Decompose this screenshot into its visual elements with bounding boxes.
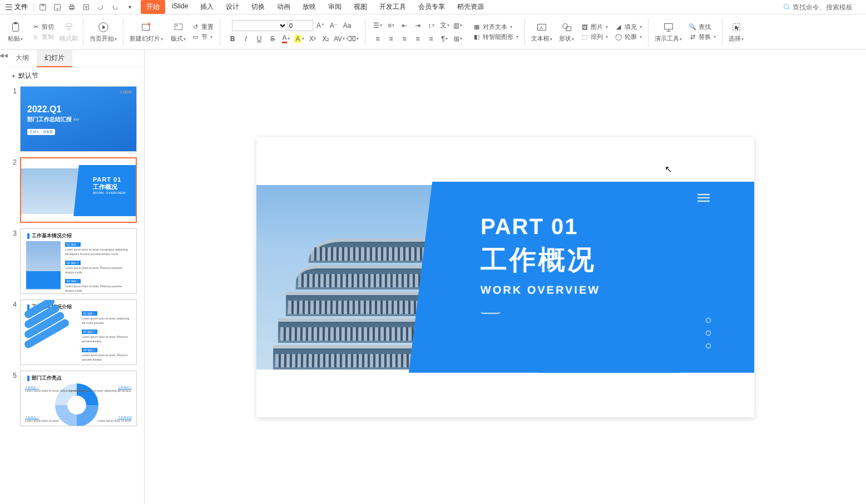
font-size-input[interactable] (289, 20, 313, 31)
file-label: 文件 (14, 2, 28, 12)
format-painter-button[interactable]: 格式刷 (58, 21, 79, 43)
undo-button[interactable] (94, 1, 107, 14)
separator (83, 18, 83, 46)
change-case-button[interactable]: Aa (341, 20, 353, 31)
svg-rect-18 (566, 27, 571, 31)
tab-animation[interactable]: 动画 (271, 0, 296, 14)
slide-part-label: PART 01 (481, 214, 754, 239)
tab-transition[interactable]: 切换 (246, 0, 270, 14)
smartart-button[interactable]: ◧转智能图形 (471, 32, 521, 42)
tab-slideshow[interactable]: 放映 (297, 0, 321, 14)
thumb-number: 1 (10, 86, 17, 152)
bullets-button[interactable]: ☰ (372, 20, 384, 31)
quickaccess-more[interactable]: ▾ (123, 1, 136, 14)
current-slide[interactable]: PART 01 工作概况 WORK OVERVIEW (256, 137, 754, 417)
italic-button[interactable]: I (240, 33, 252, 44)
align-right-button[interactable]: ≡ (398, 33, 410, 44)
slide-thumb-1[interactable]: LOGO 2022.Q1 部门工作总结汇报 ››› 主讲人：张某某 (20, 86, 137, 152)
from-current-slide-button[interactable]: 当页开始 (87, 20, 119, 44)
tab-docer[interactable]: 稻壳资源 (452, 0, 489, 14)
para-spacing-button[interactable]: ¶ (438, 33, 451, 44)
tab-insert[interactable]: 插入 (195, 0, 219, 14)
align-left-button[interactable]: ≡ (372, 33, 384, 44)
section-button[interactable]: ▭节 (189, 32, 216, 42)
search-icon (783, 3, 790, 11)
picture-button[interactable]: 🖼图片 (578, 22, 610, 32)
svg-rect-10 (14, 22, 17, 24)
replace-button[interactable]: ⇄替换 (686, 32, 718, 42)
decrease-indent-button[interactable]: ⇤ (398, 20, 410, 31)
superscript-button[interactable]: X² (306, 33, 319, 44)
paste-button[interactable]: 粘贴 (6, 20, 25, 44)
tab-slides[interactable]: 幻灯片 (37, 50, 72, 67)
tab-view[interactable]: 视图 (348, 0, 373, 14)
command-search[interactable] (779, 3, 864, 11)
search-input[interactable] (793, 3, 859, 11)
tab-design[interactable]: 设计 (220, 0, 245, 14)
columns-button[interactable]: ▥ (452, 20, 464, 31)
save-as-icon[interactable] (51, 1, 64, 14)
textbox-button[interactable]: A 文本框 (529, 20, 555, 44)
tab-start[interactable]: 开始 (141, 0, 165, 14)
slide-thumb-2[interactable]: PART 01 工作概况 WORK OVERVIEW (20, 157, 137, 223)
find-button[interactable]: 🔍查找 (686, 22, 718, 32)
align-text-button[interactable]: ▦对齐文本 (471, 22, 521, 32)
print-preview-icon[interactable] (80, 1, 93, 14)
tab-islide[interactable]: iSlide (166, 0, 194, 14)
new-slide-button[interactable]: 新建幻灯片 (127, 20, 165, 44)
tab-member[interactable]: 会员专享 (413, 0, 451, 14)
slide-thumb-5[interactable]: 部门工作亮点 工作亮点一Lorem ipsum dolor sit amet, … (20, 371, 137, 426)
align-justify-button[interactable]: ≡ (412, 33, 424, 44)
svg-rect-12 (142, 24, 150, 31)
slide-thumb-3[interactable]: 工作基本情况介绍 01 项目一Lorem ipsum dolor sit ame… (20, 228, 137, 294)
outline-button[interactable]: ◯轮廓 (612, 32, 644, 42)
highlight-button[interactable]: A (293, 33, 305, 44)
text-direction-button[interactable]: 文 (438, 20, 451, 31)
tab-stops-button[interactable]: ⊞ (452, 33, 464, 44)
align-distribute-button[interactable]: ≡ (425, 33, 437, 44)
outline-icon: ◯ (615, 33, 622, 41)
select-button[interactable]: 选择 (726, 20, 746, 44)
file-menu[interactable]: 文件 (2, 2, 31, 12)
copy-button[interactable]: ⎘复制 (29, 32, 56, 42)
textbox-icon: A (536, 21, 548, 33)
redo-button[interactable] (108, 1, 122, 14)
align-center-button[interactable]: ≡ (385, 33, 397, 44)
separator (220, 18, 220, 46)
tab-outline[interactable]: 大纲 (8, 50, 37, 67)
subscript-button[interactable]: X₂ (320, 33, 332, 44)
decrease-font-button[interactable]: A⁻ (328, 20, 340, 31)
increase-font-button[interactable]: A⁺ (314, 20, 326, 31)
fill-button[interactable]: ◢填充 (612, 22, 644, 32)
thumb-row: 3 工作基本情况介绍 01 项目一Lorem ipsum dolor sit a… (10, 228, 140, 294)
fill-icon: ◢ (615, 23, 622, 31)
char-spacing-button[interactable]: AV (333, 33, 345, 44)
tab-review[interactable]: 审阅 (323, 0, 347, 14)
underline-button[interactable]: U (253, 33, 265, 44)
present-tools-button[interactable]: 演示工具 (652, 20, 684, 44)
thumb-row: 2 PART 01 工作概况 WORK OVERVIEW (10, 157, 140, 223)
collapse-sidepane-button[interactable]: ◀◀ (0, 50, 8, 504)
font-name-select[interactable] (232, 20, 288, 31)
slide-canvas[interactable]: PART 01 工作概况 WORK OVERVIEW ↖ (145, 50, 866, 504)
section-header[interactable]: ▾ 默认节 (8, 68, 144, 84)
tab-devtools[interactable]: 开发工具 (374, 0, 412, 14)
layout-button[interactable]: 版式 (170, 21, 187, 43)
increase-indent-button[interactable]: ⇥ (412, 20, 424, 31)
print-icon[interactable] (65, 1, 78, 14)
line-spacing-button[interactable]: ↕ (425, 20, 437, 31)
bold-button[interactable]: B (226, 33, 239, 44)
scissors-icon: ✂ (32, 23, 39, 31)
numbering-button[interactable]: ≡ (385, 20, 397, 31)
shape-button[interactable]: 形状 (557, 20, 576, 44)
cut-button[interactable]: ✂剪切 (29, 22, 56, 32)
thumbnail-list[interactable]: 1 LOGO 2022.Q1 部门工作总结汇报 ››› 主讲人：张某某 2 (8, 84, 144, 504)
arrange-button[interactable]: ⬚排列 (578, 32, 610, 42)
clear-format-button[interactable]: ⌫ (347, 33, 359, 44)
strikethrough-button[interactable]: S (266, 33, 279, 44)
save-icon[interactable] (36, 1, 50, 14)
slide-thumb-4[interactable]: 工作基本情况介绍 01 项目一Lorem ipsum dolor sit ame… (20, 300, 137, 365)
font-color-button[interactable]: A (280, 33, 292, 44)
separator (524, 18, 525, 46)
reset-button[interactable]: ↺重置 (189, 22, 216, 32)
